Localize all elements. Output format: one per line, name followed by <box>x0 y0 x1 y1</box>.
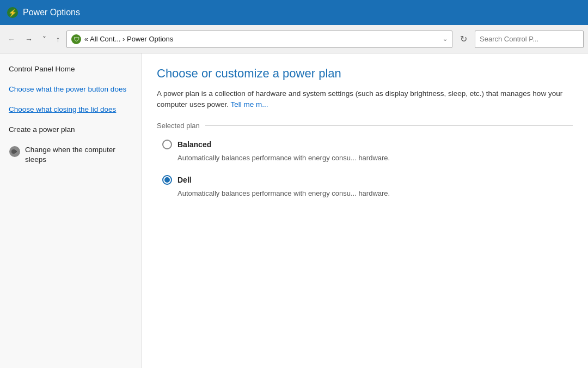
selected-plan-label-text: Selected plan <box>157 122 200 130</box>
description-text: A power plan is a collection of hardware… <box>157 89 562 108</box>
sidebar: Control Panel Home Choose what the power… <box>0 53 142 368</box>
sidebar-item-create-plan[interactable]: Create a power plan <box>9 125 132 135</box>
refresh-button[interactable]: ↻ <box>456 32 471 46</box>
sidebar-item-sleep-label: Change when the computer sleeps <box>25 145 132 166</box>
plan-dell-header[interactable]: Dell <box>162 175 573 185</box>
forward-button[interactable]: → <box>22 33 36 46</box>
plan-dell-desc: Automatically balances performance with … <box>177 188 573 199</box>
plan-balanced[interactable]: Balanced Automatically balances performa… <box>157 140 573 164</box>
title-bar: ⚡ Power Options <box>0 0 588 25</box>
address-icon: 🛡 <box>71 34 81 44</box>
breadcrumb-text: « All Cont... › Power Options <box>84 35 439 43</box>
sidebar-item-control-panel-home[interactable]: Control Panel Home <box>9 64 132 75</box>
back-button[interactable]: ← <box>4 33 19 46</box>
radio-dell-fill <box>164 177 170 183</box>
power-icon: ⚡ <box>7 7 19 19</box>
radio-dell[interactable] <box>162 175 172 185</box>
content-description: A power plan is a collection of hardware… <box>157 88 573 111</box>
plan-dell[interactable]: Dell Automatically balances performance … <box>157 175 573 199</box>
selected-plan-section: Selected plan <box>157 122 573 130</box>
sidebar-item-lid[interactable]: Choose what closing the lid does <box>9 105 132 115</box>
svg-text:⚡: ⚡ <box>8 8 17 17</box>
sleep-icon <box>9 146 21 158</box>
plan-balanced-desc: Automatically balances performance with … <box>177 153 573 164</box>
svg-point-3 <box>11 149 16 154</box>
address-bar-input[interactable]: 🛡 « All Cont... › Power Options ⌄ <box>66 31 452 48</box>
plan-balanced-header[interactable]: Balanced <box>162 140 573 149</box>
plan-dell-name: Dell <box>177 176 192 184</box>
tell-me-more-link[interactable]: Tell me m... <box>231 100 268 108</box>
main-layout: Control Panel Home Choose what the power… <box>0 53 588 368</box>
search-input[interactable] <box>475 31 584 48</box>
up-button[interactable]: ↑ <box>53 33 63 46</box>
window-title: Power Options <box>23 8 80 17</box>
sidebar-item-power-button[interactable]: Choose what the power button does <box>9 85 132 95</box>
content-area: Choose or customize a power plan A power… <box>142 53 588 368</box>
sidebar-item-sleep[interactable]: Change when the computer sleeps <box>9 145 132 166</box>
page-title: Choose or customize a power plan <box>157 67 573 81</box>
radio-balanced[interactable] <box>162 140 172 149</box>
dropdown-recent-button[interactable]: ˅ <box>39 33 50 46</box>
address-bar: ← → ˅ ↑ 🛡 « All Cont... › Power Options … <box>0 25 588 53</box>
breadcrumb-dropdown[interactable]: ⌄ <box>443 35 448 43</box>
plan-balanced-name: Balanced <box>177 140 211 149</box>
